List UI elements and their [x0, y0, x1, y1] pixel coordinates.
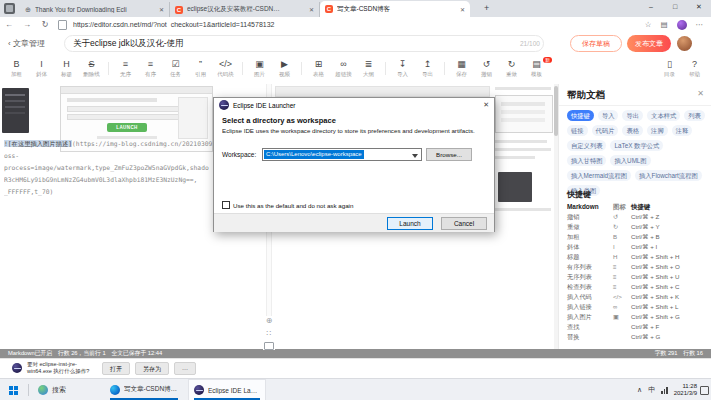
layout-toggle-icon[interactable]: [264, 342, 274, 350]
toolbar-button[interactable]: ≡ 无序: [113, 58, 138, 82]
tab-close-icon[interactable]: ✕: [159, 6, 164, 13]
toolbar-button[interactable]: B 加粗: [4, 58, 29, 82]
taskbar-search[interactable]: 搜索: [38, 379, 66, 400]
url-text[interactable]: https://editor.csdn.net/md/?not_checkout…: [73, 21, 645, 28]
preview-text-line: [495, 208, 551, 211]
toolbar-button[interactable]: ☑ 任务: [163, 58, 188, 82]
toolbar-button[interactable]: ▶ 视频: [272, 58, 297, 82]
browser-tab[interactable]: ⊕ Thank You for Downloading Ecli ✕: [20, 2, 170, 17]
browser-profile-avatar[interactable]: [677, 20, 687, 30]
tab-close-icon[interactable]: ✕: [309, 6, 314, 13]
new-tab-button[interactable]: +: [484, 1, 489, 16]
help-tag[interactable]: 文本样式: [647, 110, 680, 121]
toolbar-button[interactable]: ▦ 保存: [449, 58, 474, 82]
browser-tab[interactable]: ⊕ C 写文章-CSDN博客 ✕: [320, 1, 470, 17]
save-draft-button[interactable]: 保存草稿: [570, 35, 622, 52]
download-more-button[interactable]: ···: [174, 362, 196, 375]
clock-time: 11:28: [682, 383, 697, 389]
back-to-articles-link[interactable]: ‹ 文章管理: [8, 38, 45, 49]
toolbar-button[interactable]: ≡ 有序: [138, 58, 163, 82]
tab-close-icon[interactable]: ✕: [460, 6, 465, 13]
toolbar-button[interactable]: [104, 58, 113, 82]
user-avatar[interactable]: [677, 36, 692, 51]
toolbar-button[interactable]: [238, 58, 247, 82]
network-icon[interactable]: [661, 387, 668, 394]
help-tag[interactable]: 快捷键: [567, 110, 594, 121]
title-char-counter: 21/100: [520, 40, 540, 47]
taskbar-app-eclipse[interactable]: Eclipse IDE Launc…: [188, 379, 266, 400]
workspace-combobox[interactable]: C:\Users\Lenovo\eclipse-workspace: [262, 148, 422, 161]
help-tag[interactable]: 插入UML图: [610, 155, 650, 166]
chevron-down-icon[interactable]: [412, 154, 418, 158]
browse-button[interactable]: Browse...: [426, 148, 472, 161]
dialog-titlebar[interactable]: Eclipse IDE Launcher ✕: [214, 98, 494, 112]
toolbar-button[interactable]: I 斜体: [29, 58, 54, 82]
favorite-star-icon[interactable]: ☆: [645, 20, 652, 29]
save-as-button[interactable]: 另存为: [135, 362, 169, 375]
help-tag[interactable]: 注脚: [647, 125, 668, 136]
help-tag[interactable]: 导入: [598, 110, 619, 121]
toolbar-button[interactable]: H 标题: [54, 58, 79, 82]
help-tag[interactable]: LaTeX 数学公式: [610, 140, 663, 151]
help-close-icon[interactable]: ✕: [697, 89, 704, 98]
window-close-button[interactable]: ✕: [687, 0, 711, 14]
workspace-path-value[interactable]: C:\Users\Lenovo\eclipse-workspace: [264, 150, 364, 159]
checkbox[interactable]: [222, 201, 230, 209]
toolbar-button[interactable]: ⊞ 表格: [306, 58, 331, 82]
toolbar-button[interactable]: S 删除线: [79, 58, 104, 82]
toolbar-button[interactable]: </> 代码块: [213, 58, 238, 82]
help-tag[interactable]: 插入Mermaid流程图: [567, 170, 631, 181]
publish-button[interactable]: 发布文章: [627, 35, 671, 52]
help-tag[interactable]: 注释: [672, 125, 693, 136]
toolbar-button[interactable]: [440, 58, 449, 82]
screenshot-field: [67, 114, 179, 120]
open-button[interactable]: 打开: [102, 362, 130, 375]
window-maximize-button[interactable]: □: [663, 0, 687, 14]
taskbar-clock[interactable]: 11:28 2021/3/9: [674, 383, 697, 397]
window-minimize-button[interactable]: –: [639, 0, 663, 14]
toolbar-button[interactable]: ∞ 超链接: [331, 58, 356, 82]
site-info-icon[interactable]: [58, 20, 67, 30]
toolbar-button[interactable]: ▣ 图片: [247, 58, 272, 82]
launch-button[interactable]: Launch: [387, 217, 433, 230]
dialog-close-icon[interactable]: ✕: [483, 101, 489, 109]
toolbar-button[interactable]: ? 帮助: [682, 58, 707, 82]
toolbar-button[interactable]: ↥ 导出: [415, 58, 440, 82]
browser-menu-icon[interactable]: ⋯: [696, 20, 704, 29]
help-tag[interactable]: 代码片: [592, 125, 619, 136]
collections-icon[interactable]: ▤: [660, 20, 667, 29]
sync-scroll-icon[interactable]: ⊕: [266, 316, 273, 325]
help-tag[interactable]: 插入Flowchart流程图: [635, 170, 702, 181]
browser-tab[interactable]: ⊕ C eclipse汉化及安装教程-CSDN… ✕: [170, 2, 320, 17]
article-title-input[interactable]: [64, 35, 544, 52]
toolbar-button[interactable]: ↧ 导入: [390, 58, 415, 82]
toolbar-button[interactable]: ≣ 大纲: [356, 58, 381, 82]
forward-icon[interactable]: →: [18, 20, 36, 29]
taskbar-divider: [28, 384, 29, 396]
help-tag[interactable]: 自定义列表: [567, 140, 606, 151]
toolbar-button[interactable]: [297, 58, 306, 82]
ime-indicator[interactable]: 中: [648, 385, 655, 395]
start-button[interactable]: [9, 386, 18, 395]
default-workspace-option[interactable]: Use this as the default and do not ask a…: [222, 201, 353, 209]
toolbar-button[interactable]: ” 引用: [188, 58, 213, 82]
cancel-button[interactable]: Cancel: [441, 217, 487, 230]
toolbar-button[interactable]: ▯ 目录: [657, 58, 682, 82]
back-icon[interactable]: ←: [0, 20, 18, 29]
taskbar-app-edge[interactable]: 写文章-CSDN博客…: [105, 379, 183, 400]
toolbar-button[interactable]: [381, 58, 390, 82]
refresh-icon[interactable]: ↻: [36, 20, 54, 29]
help-tag[interactable]: 表格: [622, 125, 643, 136]
toolbar-button[interactable]: ↺ 撤销: [474, 58, 499, 82]
shortcut-keys: Ctrl/⌘ + I: [631, 242, 706, 252]
tray-chevron-icon[interactable]: ∧: [637, 386, 642, 394]
help-tag[interactable]: 链接: [567, 125, 588, 136]
scroll-dots-icon[interactable]: ∷: [266, 329, 271, 338]
shortcut-keys: Ctrl/⌘ + Y: [631, 222, 706, 232]
action-center-icon[interactable]: [700, 386, 709, 395]
toolbar-button[interactable]: ↻ 重做: [499, 58, 524, 82]
help-tag[interactable]: 列表: [684, 110, 705, 121]
help-tag[interactable]: 插入甘特图: [567, 155, 606, 166]
toolbar-button[interactable]: ▤ 模板 新: [524, 58, 549, 82]
help-tag[interactable]: 导出: [622, 110, 643, 121]
